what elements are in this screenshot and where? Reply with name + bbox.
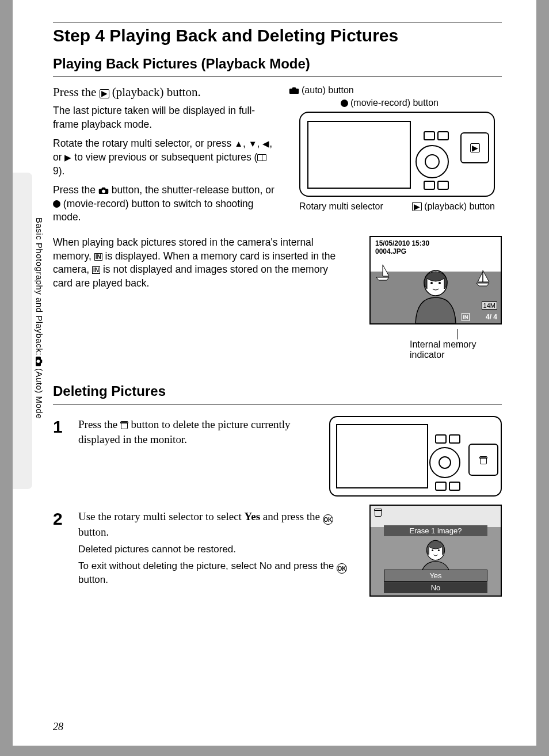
trash-icon	[120, 421, 128, 429]
movie-record-label: (movie-record) button	[350, 98, 439, 108]
trash-icon	[479, 456, 487, 464]
rotary-selector-icon	[429, 447, 460, 478]
camera-icon	[98, 186, 109, 194]
para-4: When playing back pictures stored in the…	[53, 236, 350, 291]
dialog-no-option: No	[384, 582, 488, 593]
internal-memory-icon: IN	[92, 266, 100, 274]
internal-memory-icon: IN	[94, 253, 102, 261]
camera-back-illustration	[329, 416, 502, 497]
left-triangle-icon: ◀	[262, 139, 269, 148]
step-1: 1 Press the button to delete the picture…	[53, 417, 305, 446]
para-3: Press the button, the shutter-release bu…	[53, 184, 275, 224]
sailboat-icon	[375, 264, 390, 281]
internal-memory-indicator: IN	[462, 313, 470, 321]
dialog-yes-option: Yes	[384, 570, 488, 582]
person-illustration	[410, 266, 462, 323]
para-1: The last picture taken will be displayed…	[53, 104, 275, 131]
sailboat-icon	[475, 269, 490, 287]
playback-button-label: ▶ (playback) button	[412, 201, 495, 212]
ok-button-icon: OK	[323, 514, 333, 525]
side-tab	[13, 173, 32, 489]
manual-page: Basic Photography and Playback: (Auto) M…	[13, 0, 536, 746]
svg-point-5	[438, 549, 440, 551]
instruction-heading: Press the ▶ (playback) button.	[53, 85, 275, 100]
timestamp: 15/05/2010 15:30	[375, 239, 429, 247]
step-number: 2	[53, 509, 70, 587]
section-rule	[53, 77, 502, 77]
page-number: 28	[53, 721, 63, 733]
note-1: Deleted pictures cannot be restored.	[78, 543, 356, 556]
lcd-screenshot: 15/05/2010 15:30 0004.JPG 14M IN 4/ 4	[369, 236, 502, 324]
camera-icon	[289, 86, 299, 94]
section-rule	[53, 404, 502, 404]
step-number: 1	[53, 417, 70, 446]
filename: 0004.JPG	[375, 247, 406, 255]
rotary-selector-label: Rotary multi selector	[299, 201, 383, 212]
yes-text: Yes	[245, 510, 260, 522]
camera-diagram: (auto) button (movie-record) button ▶ Ro…	[289, 85, 502, 230]
memory-indicator-caption: Internal memory indicator	[364, 329, 502, 360]
record-dot-icon	[341, 100, 348, 107]
playback-button-flap: ▶	[460, 132, 489, 163]
down-triangle-icon: ▼	[249, 139, 257, 148]
right-triangle-icon: ▶	[64, 152, 71, 162]
section-deleting-title: Deleting Pictures	[53, 383, 502, 399]
manual-ref-icon	[257, 154, 266, 161]
side-section-label: Basic Photography and Playback: (Auto) M…	[33, 217, 45, 419]
note-2: To exit without deleting the picture, se…	[78, 560, 356, 587]
image-mode-badge: 14M	[482, 301, 497, 310]
ok-button-icon: OK	[337, 563, 347, 574]
top-rule	[53, 22, 502, 22]
camera-icon	[35, 356, 43, 368]
rotary-selector-icon	[415, 145, 449, 178]
side-label-before: Basic Photography and Playback:	[35, 217, 44, 356]
dialog-question: Erase 1 image?	[384, 525, 488, 536]
step-2: 2 Use the rotary multi selector to selec…	[53, 509, 356, 587]
delete-button-flap	[468, 444, 498, 476]
section-playback-title: Playing Back Pictures (Playback Mode)	[53, 56, 502, 72]
auto-button-label: (auto) button	[302, 85, 354, 96]
svg-point-2	[439, 282, 441, 284]
image-count: 4/ 4	[486, 313, 497, 321]
record-dot-icon	[53, 200, 60, 208]
up-triangle-icon: ▲	[234, 139, 243, 148]
svg-point-1	[430, 282, 433, 284]
camera-back-illustration: ▶	[299, 112, 495, 197]
svg-point-4	[432, 549, 433, 551]
erase-dialog-screenshot: Erase 1 image? Yes No	[369, 505, 502, 597]
trash-icon	[374, 508, 382, 517]
para-2: Rotate the rotary multi selector, or pre…	[53, 137, 275, 178]
side-label-after: (Auto) Mode	[35, 368, 44, 419]
page-title: Step 4 Playing Back and Deleting Picture…	[53, 26, 502, 45]
playback-icon: ▶	[100, 89, 109, 98]
no-text: No	[260, 560, 272, 571]
playback-icon: ▶	[412, 202, 422, 211]
